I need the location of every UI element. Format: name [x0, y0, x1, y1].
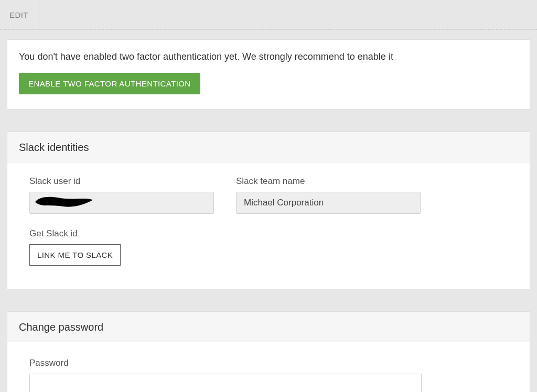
- redacted-icon: [33, 194, 96, 210]
- slack-user-id-field: Slack user id: [29, 176, 214, 214]
- slack-user-id-label: Slack user id: [29, 176, 214, 187]
- link-to-slack-button-label: LINK ME TO SLACK: [37, 251, 113, 259]
- enable-2fa-button[interactable]: ENABLE TWO FACTOR AUTHENTICATION: [19, 73, 200, 94]
- tab-edit[interactable]: EDIT: [0, 0, 39, 29]
- slack-team-name-label: Slack team name: [236, 176, 421, 187]
- two-factor-notice: You don't have enabled two factor authen…: [19, 51, 518, 62]
- tab-strip: EDIT: [0, 0, 537, 30]
- enable-2fa-button-label: ENABLE TWO FACTOR AUTHENTICATION: [28, 79, 191, 88]
- slack-user-id-value: [29, 192, 214, 214]
- slack-team-name-value: Michael Corporation: [236, 192, 421, 214]
- get-slack-id-section: Get Slack id LINK ME TO SLACK: [29, 228, 508, 266]
- two-factor-panel: You don't have enabled two factor authen…: [7, 39, 530, 110]
- password-input[interactable]: [29, 374, 422, 392]
- change-password-panel: Change password Password Confirm Passwor…: [7, 311, 530, 392]
- get-slack-id-label: Get Slack id: [29, 228, 508, 239]
- change-password-header: Change password: [7, 312, 530, 342]
- slack-identities-panel: Slack identities Slack user id Slack tea…: [7, 132, 530, 289]
- link-to-slack-button[interactable]: LINK ME TO SLACK: [29, 244, 121, 266]
- tab-edit-label: EDIT: [9, 10, 28, 19]
- slack-team-name-field: Slack team name Michael Corporation: [236, 176, 421, 214]
- slack-panel-header: Slack identities: [7, 132, 530, 162]
- password-label: Password: [29, 358, 508, 368]
